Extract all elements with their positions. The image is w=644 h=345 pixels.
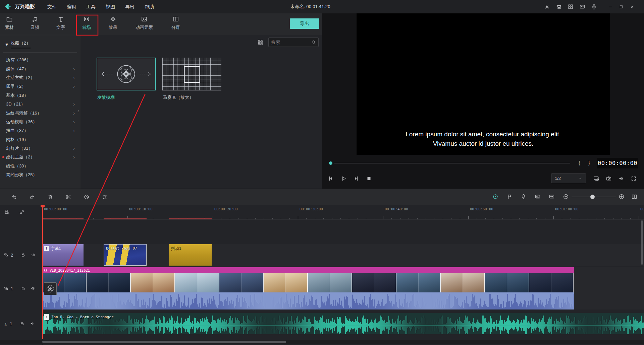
mark-out-icon[interactable]: }	[588, 160, 590, 165]
tab-elements[interactable]: 动画元素	[128, 16, 160, 34]
next-frame-icon[interactable]	[353, 176, 359, 182]
store-cart-icon[interactable]	[556, 4, 562, 10]
subtitle-icon[interactable]	[535, 194, 541, 200]
zoom-out-icon[interactable]	[563, 194, 569, 200]
sidebar-item[interactable]: 婚礼主题（2）›	[0, 153, 80, 161]
delete-icon[interactable]	[47, 194, 53, 200]
snapshot-icon[interactable]	[606, 176, 612, 182]
lock-icon[interactable]	[20, 321, 24, 326]
favorites-tab[interactable]: ♥ 收藏（2）	[5, 40, 31, 48]
playhead[interactable]	[42, 205, 43, 339]
eye-icon[interactable]	[31, 253, 36, 257]
sidebar-item[interactable]: 基本（18）	[0, 91, 80, 100]
close-icon[interactable]	[630, 5, 634, 9]
menu-help[interactable]: 帮助	[140, 0, 159, 13]
search-icon[interactable]	[311, 40, 316, 45]
clip-transition-icon[interactable]	[44, 282, 57, 295]
timeline-clip-shake[interactable]: 抖动1	[169, 244, 212, 266]
horizontal-scrollbar-thumb[interactable]	[42, 341, 286, 343]
sidebar-item[interactable]: 线性（30）	[0, 162, 80, 170]
tab-transitions[interactable]: 转场	[77, 16, 96, 34]
mail-icon[interactable]	[579, 4, 585, 10]
clip-frame-thumbnail	[197, 273, 219, 292]
preview-timecode: 00:00:00:00	[597, 158, 638, 168]
sidebar-item[interactable]: 幻灯片（31）›	[0, 144, 80, 153]
sidebar-item[interactable]: 四季（2）›	[0, 82, 80, 91]
zoom-in-icon[interactable]	[619, 194, 625, 200]
menu-file[interactable]: 文件	[42, 0, 62, 13]
track-header-video-1[interactable]: 1	[0, 267, 42, 309]
duration-icon[interactable]	[84, 194, 90, 200]
export-button[interactable]: 导出	[290, 18, 319, 29]
ruler-tick	[426, 218, 426, 219]
render-preview-icon[interactable]	[492, 194, 498, 200]
clip-frame-thumbnail	[352, 273, 374, 292]
previous-frame-icon[interactable]	[328, 176, 334, 182]
transition-item-mosaic[interactable]	[162, 58, 221, 90]
add-track-icon[interactable]	[4, 209, 10, 215]
sidebar-collapse-handle[interactable]: ‹	[77, 108, 79, 114]
sidebar-item[interactable]: 媒体（47）›	[0, 64, 80, 73]
maximize-icon[interactable]	[619, 5, 624, 9]
mute-icon[interactable]	[30, 321, 35, 326]
adjust-icon[interactable]	[102, 194, 108, 200]
transition-item-diffuse-blur[interactable]	[97, 58, 156, 90]
track-header-audio-1[interactable]: ♫ 1	[0, 313, 42, 334]
redo-icon[interactable]	[29, 194, 35, 200]
preview-quality-selector[interactable]: 1/2	[551, 174, 586, 183]
marker-icon[interactable]	[506, 194, 513, 200]
timeline-clip-subtitle[interactable]: T 字幕1	[42, 244, 84, 266]
sidebar-item[interactable]: 运动模糊（36）›	[0, 118, 80, 126]
timeline-clip-music[interactable]: ♪ Zan R. Gao - Born a Stranger	[42, 313, 644, 334]
minimize-icon[interactable]	[608, 5, 613, 9]
tab-media[interactable]: 素材	[0, 16, 19, 34]
resources-grid-icon[interactable]	[568, 4, 574, 10]
lock-icon[interactable]	[21, 253, 25, 257]
tab-splitscreen[interactable]: 分屏	[166, 16, 185, 34]
link-clips-icon[interactable]	[19, 209, 25, 215]
sidebar-item[interactable]: 波纹与溶解（16）›	[0, 109, 80, 117]
mark-in-icon[interactable]: {	[579, 160, 580, 165]
split-icon[interactable]	[65, 194, 71, 200]
tab-effects[interactable]: 效果	[104, 16, 122, 34]
play-icon[interactable]	[340, 176, 346, 182]
display-settings-icon[interactable]	[593, 176, 599, 182]
track-header-video-2[interactable]: 2	[0, 244, 42, 266]
account-icon[interactable]	[544, 4, 550, 10]
sidebar-item[interactable]: 生活方式（2）›	[0, 73, 80, 82]
microphone-icon[interactable]	[591, 4, 597, 10]
seekbar-track[interactable]	[334, 163, 570, 163]
undo-icon[interactable]	[11, 194, 17, 200]
volume-icon[interactable]	[618, 176, 624, 182]
timeline-horizontal-scrollbar[interactable]	[0, 340, 644, 344]
zoom-to-fit-icon[interactable]	[549, 194, 555, 200]
zoom-slider-knob[interactable]	[590, 195, 595, 199]
sidebar-item[interactable]: 3D（21）›	[0, 100, 80, 109]
sidebar-item[interactable]: 简约形状（25）	[0, 170, 80, 179]
fullscreen-icon[interactable]	[631, 176, 637, 182]
lock-icon[interactable]	[21, 286, 25, 291]
timeline-ruler[interactable]: 00:00:00:0000:00:10:0000:00:20:0000:00:3…	[42, 205, 644, 220]
stop-icon[interactable]	[366, 176, 372, 182]
tab-audio[interactable]: 音频	[25, 16, 44, 34]
tab-text[interactable]: 文字	[51, 16, 70, 34]
menu-edit[interactable]: 编辑	[62, 0, 81, 13]
ruler-tick	[230, 218, 230, 219]
vertical-scrollbar-thumb[interactable]	[641, 220, 643, 265]
voiceover-icon[interactable]	[521, 194, 527, 200]
timeline-clip-bullet-pass[interactable]: Bullet Pass 07	[104, 244, 147, 266]
menu-export[interactable]: 导出	[120, 0, 140, 13]
search-input[interactable]	[269, 40, 311, 45]
menu-tools[interactable]: 工具	[81, 0, 101, 13]
seekbar-handle[interactable]	[329, 161, 332, 165]
eye-icon[interactable]	[31, 286, 36, 291]
menu-view[interactable]: 视图	[101, 0, 120, 13]
timeline-clip-video[interactable]: VID_20200417_212621	[42, 267, 574, 309]
grid-view-icon[interactable]	[258, 39, 264, 45]
panel-layout-icon[interactable]	[631, 194, 637, 200]
sidebar-item[interactable]: 扭曲（37）›	[0, 126, 80, 135]
preview-video[interactable]: Lorem ipsum dolor sit amet, consectetur …	[357, 13, 610, 155]
sidebar-item[interactable]: 所有（286）	[0, 56, 80, 64]
sidebar-item[interactable]: 网格（19）	[0, 135, 80, 144]
clip-frame-thumbnail	[441, 273, 463, 292]
